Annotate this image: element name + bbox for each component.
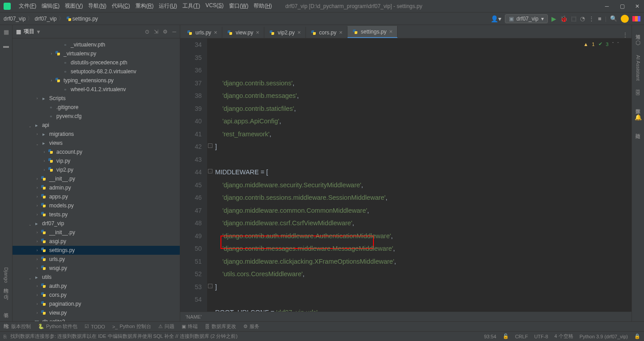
search-everywhere-icon[interactable]: 🔔 (635, 114, 642, 121)
line-ending[interactable]: CRLF (515, 334, 528, 339)
chevron-right-icon[interactable]: › (34, 293, 40, 297)
code-content[interactable]: 'django.contrib.sessions', 'django.contr… (207, 38, 631, 312)
code-line[interactable]: 'django.middleware.security.SecurityMidd… (215, 179, 631, 192)
avatar[interactable] (621, 15, 629, 23)
tree-row[interactable]: ›models.py (13, 201, 180, 210)
project-tool-icon[interactable]: ▦ (4, 29, 9, 35)
chevron-down-icon[interactable]: ˬ (27, 123, 33, 127)
chevron-right-icon[interactable]: › (34, 284, 40, 288)
user-icon[interactable]: 👤▾ (491, 15, 501, 22)
code-line[interactable]: ]- (215, 281, 631, 294)
tree-row[interactable]: ›asgi.py (13, 237, 180, 246)
chevron-right-icon[interactable]: › (34, 96, 40, 101)
run-button[interactable]: ▶ (551, 15, 556, 22)
fold-marker-icon[interactable]: - (208, 143, 212, 148)
tree-row[interactable]: ›account.py (13, 147, 180, 156)
chevron-right-icon[interactable]: › (34, 257, 40, 261)
select-opened-icon[interactable]: ⊙ (145, 29, 149, 35)
code-editor[interactable]: ▲1 ✔3 ˆ ˇ 343536373839404142434445464748… (180, 38, 631, 312)
tool-window-button[interactable]: ⚠问题 (158, 323, 174, 330)
fold-marker-icon[interactable]: - (208, 169, 212, 173)
menu-item[interactable]: 窗口(W) (226, 2, 251, 10)
tree-row[interactable]: ›pagination.py (13, 299, 180, 308)
breadcrumb[interactable]: drf07_vip〉drf07_vip〉settings.py (4, 15, 98, 22)
coverage-button[interactable]: ⬚ (571, 15, 576, 22)
chevron-right-icon[interactable]: › (48, 78, 55, 83)
chevron-right-icon[interactable]: › (34, 302, 40, 306)
editor-tab[interactable]: cors.py× (306, 27, 347, 38)
editor-tab[interactable]: settings.py× (347, 26, 398, 38)
breadcrumb-item[interactable]: drf07_vip (4, 16, 25, 22)
encoding[interactable]: UTF-8 (534, 334, 548, 339)
tool-window-button[interactable]: ⚙服务 (243, 323, 259, 330)
debug-button[interactable]: 🐞 (560, 15, 568, 22)
close-button[interactable]: ✕ (634, 3, 640, 9)
tree-row[interactable]: ›wsgi.py (13, 264, 180, 273)
editor-tab[interactable]: view.py× (222, 27, 264, 38)
tree-row[interactable]: ›admin.py (13, 183, 180, 192)
menu-item[interactable]: 文件(F) (16, 2, 39, 10)
code-line[interactable]: 'django.contrib.sessions', (215, 77, 631, 90)
notifications-tool-label[interactable]: 通知 (635, 29, 641, 32)
gear-icon[interactable]: ⚙ (163, 29, 168, 35)
code-line[interactable]: 'django.contrib.messages.middleware.Mess… (215, 242, 631, 255)
profile-button[interactable]: ◔ (580, 15, 585, 22)
indent-setting[interactable]: 4 个空格 (555, 333, 573, 340)
close-tab-icon[interactable]: × (339, 29, 343, 36)
chevron-right-icon[interactable]: › (34, 177, 40, 181)
chevron-down-icon[interactable]: ˬ (27, 275, 33, 279)
tree-row[interactable]: ›▸Scripts (13, 94, 180, 103)
stop-button[interactable]: ■ (598, 15, 602, 22)
close-tab-icon[interactable]: × (389, 28, 393, 35)
tree-row[interactable]: ›typing_extensions.py (13, 76, 180, 85)
chevron-right-icon[interactable]: › (41, 150, 47, 154)
django-icon[interactable]: dj (4, 293, 8, 300)
chevron-right-icon[interactable]: › (41, 168, 47, 172)
tree-row[interactable]: ›vip2.py (13, 165, 180, 174)
menu-item[interactable]: VCS(S) (203, 2, 226, 10)
tree-row[interactable]: ›apps.py (13, 192, 180, 201)
status-info-icon[interactable]: ⎘ (4, 334, 7, 339)
editor-breadcrumbs[interactable]: 'NAME' (180, 312, 631, 321)
tree-row[interactable]: ›__init__.py (13, 228, 180, 237)
hide-panel-icon[interactable]: ─ (172, 29, 176, 35)
tree-row[interactable]: ▫.gitignore (13, 103, 180, 112)
menu-item[interactable]: 工具(T) (180, 2, 203, 10)
cursor-position[interactable]: 93:54 (484, 334, 496, 339)
tree-row[interactable]: ›urls.py (13, 255, 180, 264)
chevron-right-icon[interactable]: › (34, 212, 40, 217)
code-line[interactable]: 'django.contrib.staticfiles', (215, 102, 631, 115)
chevron-right-icon[interactable]: › (48, 51, 55, 56)
code-line[interactable]: ROOT_URLCONF = 'drf07_vip.urls' (215, 306, 631, 312)
code-line[interactable]: 'django.contrib.auth.middleware.Authenti… (215, 230, 631, 243)
code-line[interactable]: 'django.contrib.sessions.middleware.Sess… (215, 191, 631, 204)
tool-window-button[interactable]: ▣终端 (182, 323, 198, 330)
tree-row[interactable]: ›_virtualenv.py (13, 49, 180, 58)
menu-item[interactable]: 代码(C) (109, 2, 133, 10)
chevron-right-icon[interactable]: › (34, 266, 40, 270)
chevron-right-icon[interactable]: › (34, 203, 40, 208)
tree-row[interactable]: ▫wheel-0.41.2.virtualenv (13, 85, 180, 94)
menu-item[interactable]: 帮助(H) (251, 2, 275, 10)
menu-item[interactable]: 编辑(E) (39, 2, 62, 10)
readonly-lock-icon[interactable]: 🔒 (634, 333, 640, 339)
menu-item[interactable]: 重构(R) (133, 2, 157, 10)
code-line[interactable]: 'django.middleware.clickjacking.XFrameOp… (215, 255, 631, 268)
expand-all-icon[interactable]: ⇲ (154, 29, 158, 35)
tree-row[interactable]: ›settings.py (13, 246, 180, 255)
chevron-right-icon[interactable]: › (34, 132, 40, 136)
tree-row[interactable]: ▫setuptools-68.2.0.virtualenv (13, 67, 180, 76)
run-configuration-selector[interactable]: ▣ drf07_vip ▾ (505, 14, 548, 23)
code-line[interactable]: 'django.contrib.messages', (215, 89, 631, 102)
chevron-right-icon[interactable]: › (34, 185, 40, 190)
database-tool-label[interactable]: 数据库 (635, 103, 641, 107)
tree-row[interactable]: ›vip.py (13, 156, 180, 165)
tree-row[interactable]: ›tests.py (13, 210, 180, 219)
chevron-right-icon[interactable]: › (34, 311, 40, 315)
close-tab-icon[interactable]: × (297, 29, 301, 36)
django-tool-label[interactable]: Django 结构 (3, 265, 9, 286)
tool-window-button[interactable]: 🐍Python 软件包 (38, 323, 77, 330)
code-line[interactable]: 'utils.cors.CoresMiddleware', (215, 268, 631, 281)
editor-tab[interactable]: vip2.py× (264, 27, 306, 38)
chevron-right-icon[interactable]: › (41, 159, 47, 163)
